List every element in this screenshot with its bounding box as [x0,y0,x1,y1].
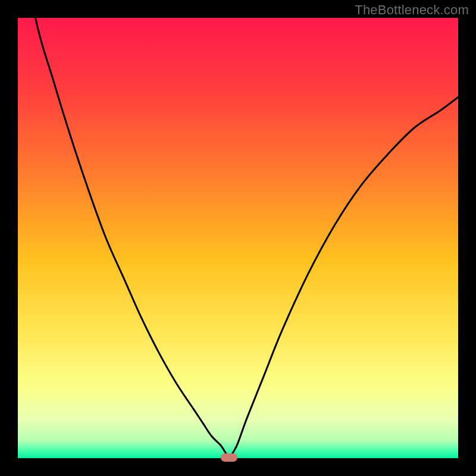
plot-area [18,18,458,458]
watermark-text: TheBottleneck.com [355,2,469,18]
minimum-marker [221,453,237,462]
gradient-plot-svg [18,18,458,458]
gradient-background [18,18,458,458]
chart-frame: TheBottleneck.com [0,0,476,476]
